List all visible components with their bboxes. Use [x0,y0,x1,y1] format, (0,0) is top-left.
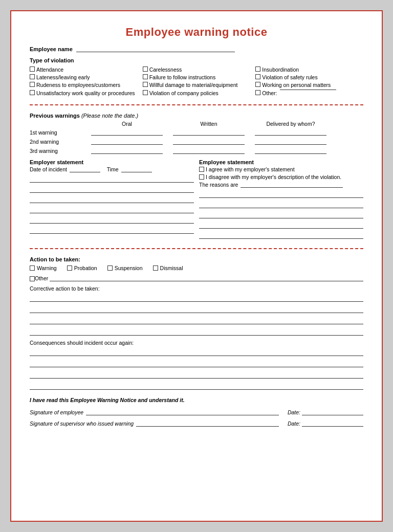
checkbox-insubordination[interactable] [255,66,260,72]
pw-label-1: 1st warning [30,129,86,136]
violation-company: Violation of company policies [149,90,219,97]
employer-statement-col: Employer statement Date of incident Time [30,159,194,241]
violation-item: Insubordination [255,66,363,74]
checkbox-disagree[interactable] [199,174,204,180]
checkbox-personal[interactable] [255,82,260,87]
write-line [30,382,363,390]
sig-employee-date: Date: [288,408,363,415]
action-dismissal: Dismissal [153,265,183,271]
write-line [30,359,363,367]
violation-item: Rudeness to employees/customers [30,81,138,89]
action-warning-label: Warning [37,265,57,271]
violation-item: Other: [255,90,363,97]
write-line [30,205,194,213]
date-line-input [70,172,100,172]
checkbox-safety[interactable] [255,74,260,79]
pw-header-row: Oral Written Delivered by whom? [30,121,363,127]
disagree-row: I disagree with my employer's descriptio… [199,174,363,180]
checkbox-other-action[interactable] [30,276,35,281]
sig-supervisor-left: Signature of supervisor who issued warni… [30,419,280,427]
checkbox-suspension[interactable] [107,265,113,271]
write-line [30,370,363,379]
checkbox-attendance[interactable] [30,66,35,72]
agree-row: I agree with my employer's statement [199,166,363,172]
violation-col3: Insubordination Violation of safety rule… [255,66,363,97]
violation-item: Carelessness [143,66,251,74]
previous-warnings-section: Previous warnings (Please note the date.… [30,113,363,154]
checkbox-carelessness[interactable] [143,66,148,72]
violation-lateness: Lateness/leaving early [36,74,90,81]
time-line-input [121,172,152,172]
sig-employee-row: Signature of employee Date: [30,408,363,415]
write-line [199,200,363,208]
checkbox-probation[interactable] [67,265,72,271]
violation-item: Violation of company policies [143,90,251,97]
time-label: Time [107,166,119,172]
employer-statement-label: Employer statement [30,159,194,165]
employee-name-line [76,52,235,52]
form-page: Employee warning notice Employee name Ty… [10,10,383,522]
employee-statement-col: Employee statement I agree with my emplo… [199,159,363,241]
write-line [30,305,363,313]
employee-name-row: Employee name [30,46,363,52]
consequences-lines [30,348,363,390]
checkbox-lateness[interactable] [30,74,35,79]
violation-carelessness: Carelessness [149,66,182,74]
write-line [199,231,363,239]
write-line [30,327,363,336]
corrective-lines [30,294,363,336]
pw-row-3: 3rd warning [30,147,363,154]
pw-written-2 [173,138,245,145]
violation-col1: Attendance Lateness/leaving early Rudene… [30,66,138,97]
write-line [30,195,194,203]
type-violation-label: Type of violation [30,57,363,63]
date-label: Date of incident [30,166,67,172]
other-line [280,90,336,90]
pw-header-oral: Oral [86,121,168,127]
pw-written-1 [173,128,245,136]
write-line [30,226,194,234]
violation-willful: Willful damage to material/equipment [149,81,238,89]
checkbox-failure[interactable] [143,74,148,79]
pw-written-3 [173,147,245,154]
violation-item: Attendance [30,66,138,74]
checkbox-willful[interactable] [143,82,148,87]
write-line [199,190,363,198]
violation-item: Unsatisfactory work quality or procedure… [30,90,138,97]
violation-unsatisfactory: Unsatisfactory work quality or procedure… [36,90,135,97]
disagree-label: I disagree with my employer's descriptio… [206,174,341,180]
violation-insubordination: Insubordination [262,66,299,74]
checkbox-agree[interactable] [199,167,204,172]
write-line [30,215,194,224]
checkbox-unsatisfactory[interactable] [30,90,35,95]
employee-name-label: Employee name [30,46,73,52]
pw-header-empty [30,121,86,127]
action-probation-label: Probation [74,265,97,271]
reasons-line [241,187,343,188]
violation-item: Lateness/leaving early [30,74,138,81]
checkbox-other[interactable] [255,90,260,95]
sig-supervisor-line [136,419,279,427]
checkbox-rudeness[interactable] [30,82,35,87]
pw-header-delivered: Delivered by whom? [250,121,332,127]
read-notice: I have read this Employee Warning Notice… [30,397,363,403]
corrective-label: Corrective action to be taken: [30,285,363,292]
date-sign-line [302,408,363,415]
action-section: Action to be taken: Warning Probation Su… [30,256,363,390]
consequences-label: Consequences should incident occur again… [30,340,363,346]
agree-label: I agree with my employer's statement [206,166,295,172]
reasons-label: The reasons are [199,182,238,188]
date-sign-label2: Date: [288,420,300,427]
write-line [30,174,194,183]
pw-row-2: 2nd warning [30,138,363,145]
pw-oral-1 [91,128,163,136]
pw-delivered-2 [255,138,326,145]
checkbox-warning[interactable] [30,265,35,271]
checkbox-violation-company[interactable] [143,90,148,95]
sig-supervisor-row: Signature of supervisor who issued warni… [30,419,363,427]
sig-supervisor-label: Signature of supervisor who issued warni… [30,420,134,427]
action-dismissal-label: Dismissal [160,265,183,271]
checkbox-dismissal[interactable] [153,265,158,271]
sig-employee-label: Signature of employee [30,409,83,415]
sig-supervisor-date: Date: [288,419,363,427]
